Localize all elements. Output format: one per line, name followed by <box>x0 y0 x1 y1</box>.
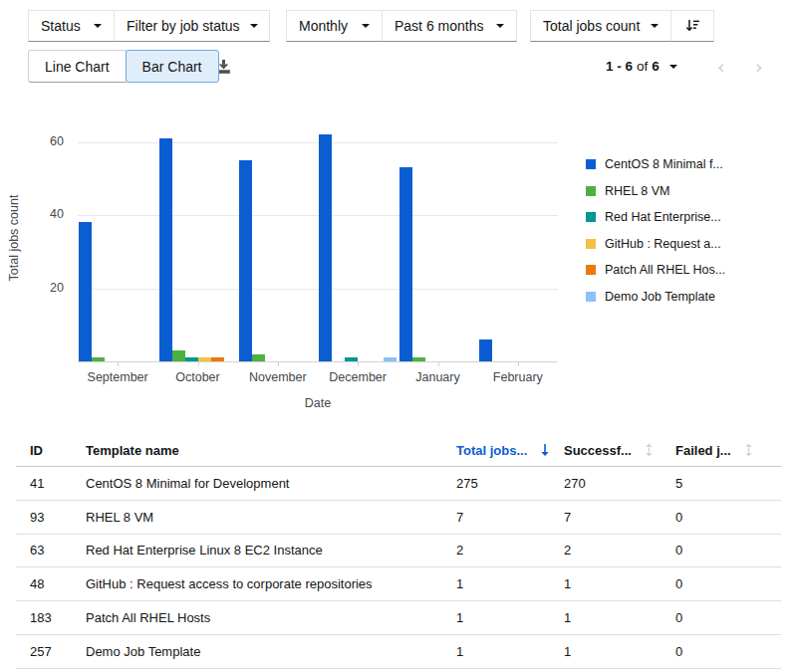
cell-total-jobs: 275 <box>456 476 564 491</box>
legend-item[interactable]: Patch All RHEL Hos... <box>586 257 725 284</box>
cell-successful-jobs: 1 <box>564 610 675 625</box>
chart-plot-area <box>78 114 558 362</box>
chevron-down-caret-icon <box>651 24 659 28</box>
legend-label: CentOS 8 Minimal f... <box>605 157 723 171</box>
cell-id: 48 <box>16 576 86 591</box>
legend-label: RHEL 8 VM <box>605 184 670 198</box>
chart-bar <box>252 354 265 361</box>
y-tick-label: 40 <box>26 207 64 221</box>
job-status-filter-select[interactable]: Filter by job status <box>114 10 270 42</box>
table-row: 93RHEL 8 VM770 <box>16 501 781 535</box>
table-row: 257Demo Job Template110 <box>16 635 781 669</box>
x-tick-label: February <box>477 370 559 384</box>
cell-total-jobs: 2 <box>456 543 564 558</box>
column-header: ID <box>16 443 86 458</box>
chart-bar <box>399 167 412 361</box>
chart-bar <box>319 134 332 361</box>
column-header-label: Total jobs... <box>456 443 527 458</box>
legend-swatch <box>586 265 596 275</box>
chart-bar <box>211 357 224 361</box>
legend-item[interactable]: Demo Job Template <box>586 284 725 311</box>
granularity-label: Monthly <box>299 18 348 34</box>
cell-id: 93 <box>16 510 86 525</box>
next-page-button[interactable]: › <box>749 57 769 77</box>
y-tick-label: 60 <box>26 134 64 148</box>
line-chart-toggle[interactable]: Line Chart <box>28 50 127 83</box>
chart-bar <box>159 138 172 361</box>
legend-label: GitHub : Request a... <box>605 237 721 251</box>
column-header-sortable[interactable]: Total jobs... <box>456 443 564 458</box>
cell-failed-jobs: 0 <box>675 644 781 659</box>
cell-total-jobs: 7 <box>456 510 564 525</box>
cell-successful-jobs: 1 <box>564 576 675 591</box>
time-filter-group: Monthly Past 6 months <box>286 10 517 42</box>
pagination-total: 6 <box>652 59 660 74</box>
cell-template-name: Demo Job Template <box>86 644 456 659</box>
cell-successful-jobs: 270 <box>564 476 675 491</box>
x-axis-tick <box>118 361 119 366</box>
chevron-down-caret-icon <box>250 24 258 28</box>
date-range-select[interactable]: Past 6 months <box>382 10 517 42</box>
cell-successful-jobs: 7 <box>564 510 675 525</box>
chart-bar <box>172 350 185 361</box>
cell-failed-jobs: 0 <box>675 510 781 525</box>
chevron-down-caret-icon <box>94 24 102 28</box>
x-tick-label: November <box>237 370 319 384</box>
table-row: 63Red Hat Enterprise Linux 8 EC2 Instanc… <box>16 535 781 568</box>
column-header-sortable[interactable]: Failed j... <box>675 443 781 458</box>
status-filter-group: Status Filter by job status <box>28 10 270 42</box>
templates-table: IDTemplate nameTotal jobs...Successf...F… <box>16 434 781 669</box>
table-header-row: IDTemplate nameTotal jobs...Successf...F… <box>16 434 781 467</box>
sort-amount-down-icon <box>684 18 700 34</box>
granularity-select[interactable]: Monthly <box>286 10 383 42</box>
chart-legend: CentOS 8 Minimal f...RHEL 8 VMRed Hat En… <box>586 151 725 310</box>
column-header-sortable[interactable]: Successf... <box>564 443 675 458</box>
legend-item[interactable]: CentOS 8 Minimal f... <box>586 151 725 178</box>
legend-item[interactable]: GitHub : Request a... <box>586 231 725 258</box>
x-axis-tick <box>438 361 439 366</box>
x-tick-label: December <box>317 370 398 384</box>
x-tick-label: September <box>77 370 158 384</box>
cell-total-jobs: 1 <box>456 610 564 625</box>
pagination-of-text: of <box>637 59 648 74</box>
bar-chart-toggle[interactable]: Bar Chart <box>126 50 219 83</box>
sort-group: Total jobs count <box>530 10 714 42</box>
cell-template-name: GitHub : Request access to corporate rep… <box>86 576 456 591</box>
cell-successful-jobs: 1 <box>564 644 675 659</box>
chevron-down-caret-icon <box>496 24 504 28</box>
legend-item[interactable]: RHEL 8 VM <box>586 178 725 205</box>
arrows-vertical-icon <box>644 443 655 457</box>
gridline <box>78 215 558 216</box>
status-select[interactable]: Status <box>28 10 115 42</box>
x-axis-tick <box>358 361 359 366</box>
column-header-label: Successf... <box>564 443 632 458</box>
cell-successful-jobs: 2 <box>564 543 675 558</box>
pagination-summary[interactable]: 1 - 6 of 6 <box>606 59 677 74</box>
long-arrow-down-icon <box>539 443 551 457</box>
date-range-label: Past 6 months <box>395 18 484 34</box>
cell-total-jobs: 1 <box>456 644 564 659</box>
legend-item[interactable]: Red Hat Enterprise... <box>586 204 725 231</box>
sort-direction-button[interactable] <box>670 10 714 42</box>
chevron-down-caret-icon <box>362 24 370 28</box>
x-tick-label: October <box>157 370 239 384</box>
table-row: 41CentOS 8 Minimal for Development275270… <box>16 467 781 501</box>
x-tick-label: January <box>398 370 479 384</box>
cell-total-jobs: 1 <box>456 576 564 591</box>
table-row: 183Patch All RHEL Hosts110 <box>16 601 781 635</box>
job-status-filter-label: Filter by job status <box>127 18 240 34</box>
cell-id: 257 <box>16 644 86 659</box>
previous-page-button[interactable]: ‹ <box>711 57 731 77</box>
sort-by-select[interactable]: Total jobs count <box>530 10 671 42</box>
legend-label: Demo Job Template <box>605 290 715 304</box>
x-axis-tick <box>278 361 279 366</box>
arrows-vertical-icon <box>743 443 754 457</box>
pagination: 1 - 6 of 6 ‹ › <box>606 50 769 83</box>
cell-failed-jobs: 0 <box>675 576 781 591</box>
legend-label: Patch All RHEL Hos... <box>605 263 725 277</box>
status-select-label: Status <box>41 18 81 34</box>
cell-template-name: Patch All RHEL Hosts <box>86 610 456 625</box>
chart-bar <box>384 357 397 361</box>
y-tick-label: 20 <box>26 281 64 295</box>
cell-template-name: Red Hat Enterprise Linux 8 EC2 Instance <box>86 543 456 558</box>
